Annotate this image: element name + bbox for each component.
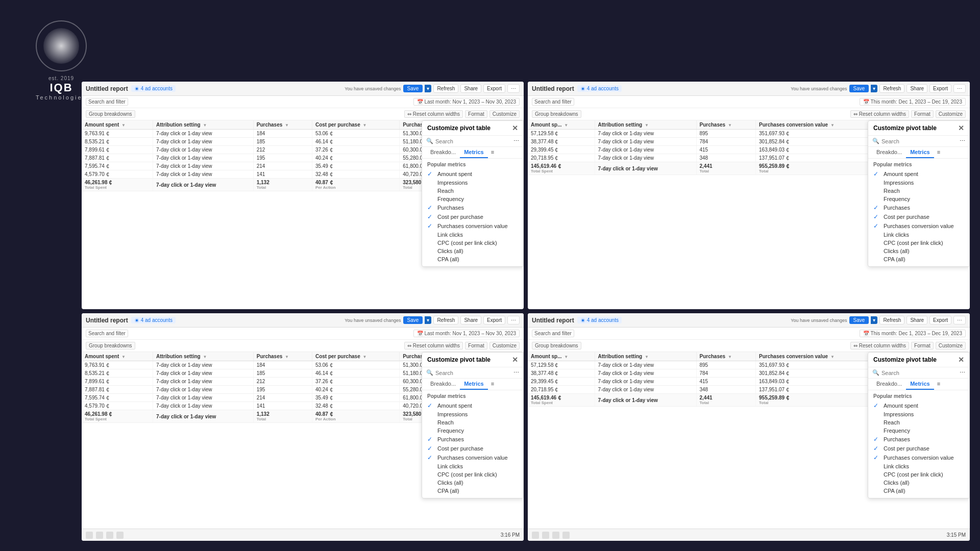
- reset-columns-btn[interactable]: ⇔ Reset column widths: [850, 342, 909, 349]
- reset-columns-btn[interactable]: ⇔ Reset column widths: [850, 110, 909, 118]
- group-breakdowns-btn[interactable]: Group breakdowns: [86, 110, 135, 118]
- group-breakdowns-btn[interactable]: Group breakdowns: [532, 110, 581, 118]
- customize-search[interactable]: 🔍 ⋯: [422, 367, 523, 379]
- metric-item[interactable]: Clicks (all): [873, 247, 964, 255]
- breakdowns-tab[interactable]: Breakdo...: [872, 379, 906, 390]
- breakdowns-tab[interactable]: Breakdo...: [426, 379, 460, 390]
- search-filter-btn[interactable]: Search and filter: [86, 98, 128, 106]
- col-cost-per-purchase[interactable]: Cost per purchase ▼: [312, 352, 399, 361]
- more-options-button[interactable]: ⋯: [953, 84, 966, 93]
- metric-item[interactable]: ✓Purchases: [427, 435, 518, 444]
- metric-item[interactable]: Frequency: [427, 195, 518, 203]
- refresh-button[interactable]: Refresh: [433, 84, 458, 93]
- settings-icon[interactable]: ≡: [488, 147, 497, 158]
- metric-item[interactable]: CPA (all): [873, 255, 964, 263]
- format-btn[interactable]: Format: [465, 342, 487, 349]
- metric-item[interactable]: ✓Purchases: [873, 435, 964, 444]
- save-dropdown[interactable]: ▾: [425, 85, 431, 92]
- metric-item[interactable]: ✓Purchases conversion value: [873, 221, 964, 231]
- col-purchases[interactable]: Purchases ▼: [696, 120, 756, 130]
- customize-search[interactable]: 🔍 ⋯: [868, 367, 969, 379]
- refresh-button[interactable]: Refresh: [879, 84, 904, 93]
- export-button[interactable]: Export: [929, 84, 951, 93]
- customize-search-input[interactable]: [435, 370, 511, 376]
- date-range-btn[interactable]: 📅 This month: Dec 1, 2023 – Dec 19, 2023: [860, 330, 966, 337]
- search-filter-btn[interactable]: Search and filter: [532, 330, 574, 337]
- settings-icon[interactable]: ≡: [488, 379, 497, 390]
- group-breakdowns-btn[interactable]: Group breakdowns: [532, 342, 581, 349]
- metrics-tab[interactable]: Metrics: [460, 147, 488, 158]
- customize-close-btn[interactable]: ✕: [512, 124, 518, 132]
- col-purchases[interactable]: Purchases ▼: [253, 120, 312, 130]
- export-button[interactable]: Export: [929, 316, 951, 324]
- settings-icon[interactable]: ≡: [934, 379, 943, 390]
- more-icon[interactable]: ⋯: [960, 138, 965, 144]
- metrics-tab[interactable]: Metrics: [906, 379, 934, 390]
- date-range-btn[interactable]: 📅 Last month: Nov 1, 2023 – Nov 30, 2023: [413, 330, 520, 337]
- share-button[interactable]: Share: [460, 316, 481, 324]
- export-button[interactable]: Export: [483, 316, 505, 324]
- customize-search-input[interactable]: [435, 138, 511, 144]
- save-dropdown[interactable]: ▾: [871, 85, 877, 92]
- metric-item[interactable]: Frequency: [873, 195, 964, 203]
- share-button[interactable]: Share: [906, 316, 927, 324]
- metric-item[interactable]: Clicks (all): [873, 479, 964, 487]
- col-amount-spent[interactable]: Amount spent ▼: [82, 352, 153, 361]
- metric-item[interactable]: ✓Purchases: [873, 203, 964, 212]
- more-options-button[interactable]: ⋯: [507, 316, 520, 324]
- metrics-tab[interactable]: Metrics: [906, 147, 934, 158]
- save-dropdown[interactable]: ▾: [871, 316, 877, 324]
- metric-item[interactable]: Reach: [873, 418, 964, 427]
- metric-item[interactable]: ✓Amount spent: [873, 401, 964, 410]
- settings-icon[interactable]: ≡: [934, 147, 943, 158]
- metric-item[interactable]: ✓Amount spent: [427, 401, 518, 410]
- metric-item[interactable]: CPC (cost per link click): [427, 239, 518, 247]
- col-attribution[interactable]: Attribution setting ▼: [153, 352, 254, 361]
- metric-item[interactable]: CPA (all): [873, 487, 964, 495]
- metric-item[interactable]: Clicks (all): [427, 479, 518, 487]
- col-purchases-conv[interactable]: Purchases conversion value ▼: [756, 120, 881, 130]
- metrics-tab[interactable]: Metrics: [460, 379, 488, 390]
- more-icon[interactable]: ⋯: [960, 369, 965, 376]
- col-purchases[interactable]: Purchases ▼: [696, 352, 756, 361]
- metric-item[interactable]: Link clicks: [427, 462, 518, 470]
- save-dropdown[interactable]: ▾: [425, 316, 431, 324]
- customize-close-btn[interactable]: ✕: [958, 356, 964, 364]
- export-button[interactable]: Export: [483, 84, 505, 93]
- save-button[interactable]: Save: [849, 316, 869, 324]
- col-amount-spent[interactable]: Amount spent ▼: [82, 120, 153, 130]
- metric-item[interactable]: ✓Amount spent: [873, 169, 964, 179]
- metric-item[interactable]: CPC (cost per link click): [873, 239, 964, 247]
- search-filter-btn[interactable]: Search and filter: [86, 330, 128, 337]
- metric-item[interactable]: Link clicks: [873, 462, 964, 470]
- metric-item[interactable]: Clicks (all): [427, 247, 518, 255]
- col-amount-spent[interactable]: Amount sp... ▼: [528, 352, 595, 361]
- col-cost-per-purchase[interactable]: Cost per purchase ▼: [312, 120, 399, 130]
- save-button[interactable]: Save: [403, 316, 423, 324]
- metric-item[interactable]: ✓Purchases conversion value: [873, 453, 964, 462]
- date-range-btn[interactable]: 📅 Last month: Nov 1, 2023 – Nov 30, 2023: [413, 98, 520, 106]
- metric-item[interactable]: CPA (all): [427, 255, 518, 263]
- format-btn[interactable]: Format: [911, 110, 934, 118]
- refresh-button[interactable]: Refresh: [879, 316, 904, 324]
- customize-btn[interactable]: Customize: [489, 110, 520, 118]
- metric-item[interactable]: Link clicks: [873, 231, 964, 239]
- format-btn[interactable]: Format: [465, 110, 487, 118]
- col-amount-spent[interactable]: Amount sp... ▼: [528, 120, 595, 130]
- col-attribution[interactable]: Attribution setting ▼: [595, 120, 696, 130]
- metric-item[interactable]: Impressions: [873, 179, 964, 187]
- metric-item[interactable]: ✓Purchases: [427, 203, 518, 212]
- col-attribution[interactable]: Attribution setting ▼: [153, 120, 254, 130]
- format-btn[interactable]: Format: [911, 342, 934, 349]
- col-purchases-conv[interactable]: Purchases conversion value ▼: [756, 352, 881, 361]
- customize-search[interactable]: 🔍 ⋯: [868, 136, 969, 147]
- metric-item[interactable]: CPC (cost per link click): [427, 470, 518, 479]
- more-icon[interactable]: ⋯: [513, 138, 519, 144]
- save-button[interactable]: Save: [849, 85, 869, 92]
- customize-search[interactable]: 🔍 ⋯: [422, 136, 523, 147]
- metric-item[interactable]: Reach: [427, 418, 518, 427]
- customize-close-btn[interactable]: ✕: [512, 356, 518, 364]
- reset-columns-btn[interactable]: ⇔ Reset column widths: [404, 110, 463, 118]
- customize-search-input[interactable]: [881, 138, 958, 144]
- group-breakdowns-btn[interactable]: Group breakdowns: [86, 342, 135, 349]
